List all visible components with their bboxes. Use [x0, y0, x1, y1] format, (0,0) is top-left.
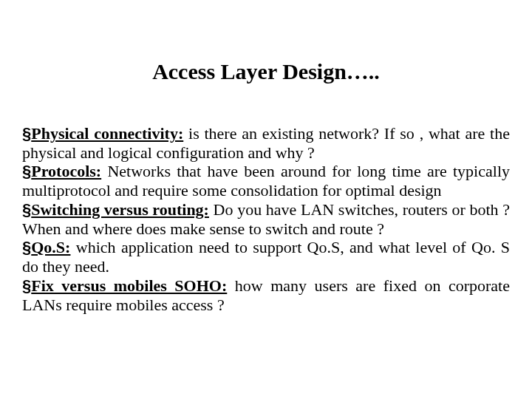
bullet-icon: §: [22, 124, 31, 143]
slide: Access Layer Design….. §Physical connect…: [0, 0, 532, 399]
slide-title: Access Layer Design…..: [22, 59, 510, 84]
bullet-heading: Fix versus mobiles SOHO:: [31, 276, 227, 295]
bullet-icon: §: [22, 200, 31, 219]
bullet-heading: Physical connectivity:: [31, 124, 183, 143]
bullet-icon: §: [22, 238, 31, 256]
bullet-icon: §: [22, 162, 31, 180]
bullet-text: which application need to support Qo.S, …: [22, 238, 510, 276]
bullet-heading: Qo.S:: [31, 238, 70, 256]
bullet-heading: Protocols:: [31, 162, 101, 180]
bullet-icon: §: [22, 276, 31, 295]
slide-body: §Physical connectivity: is there an exis…: [22, 124, 510, 314]
bullet-heading: Switching versus routing:: [31, 200, 209, 219]
